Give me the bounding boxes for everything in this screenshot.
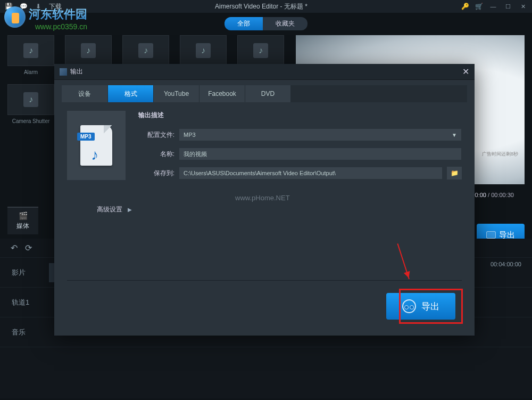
site-logo: 河东软件园 www.pc0359.cn (2, 2, 98, 34)
timeline-ruler-label: 00:04:00:00 (491, 261, 521, 267)
browse-folder-button[interactable]: 📁 (447, 167, 462, 179)
key-icon[interactable]: 🔑 (461, 2, 469, 11)
dialog-tabs: 设备 格式 YouTube Facebook DVD (62, 85, 467, 102)
chevron-down-icon: ▼ (452, 132, 457, 138)
logo-icon (4, 6, 26, 28)
redo-icon[interactable]: ⟳ (25, 243, 32, 253)
camera-icon (486, 231, 496, 239)
close-button[interactable]: ✕ (518, 3, 528, 10)
dialog-title: 输出 (70, 67, 83, 76)
media-panel-tab[interactable]: 🎬 媒体 (7, 207, 38, 234)
minimize-button[interactable]: — (488, 3, 498, 10)
tab-favorites[interactable]: 收藏夹 (263, 17, 307, 30)
media-item[interactable]: ♪Camera Shutter (7, 84, 54, 127)
export-dialog: 输出 ✕ 设备 格式 YouTube Facebook DVD MP3 输出描述… (54, 64, 475, 336)
film-reel-icon (402, 299, 416, 313)
name-label: 名称: (138, 150, 174, 159)
logo-text: 河东软件园 (29, 6, 87, 22)
dialog-icon (60, 68, 67, 76)
dialog-titlebar: 输出 ✕ (54, 64, 475, 80)
name-input[interactable]: 我的视频 (179, 148, 462, 160)
dialog-close-button[interactable]: ✕ (462, 67, 469, 77)
dialog-export-button[interactable]: 导出 (386, 293, 455, 320)
media-item[interactable]: ♪Alarm (7, 35, 54, 78)
watermark-text: www.pHome.NET (235, 194, 290, 202)
chevron-right-icon: ▶ (128, 207, 132, 213)
cart-icon[interactable]: 🛒 (475, 2, 483, 11)
annotation-arrow (397, 243, 410, 279)
saveto-label: 保存到: (138, 169, 174, 178)
maximize-button[interactable]: ☐ (503, 3, 513, 10)
logo-url: www.pc0359.cn (35, 22, 87, 31)
music-note-icon (91, 146, 104, 161)
app-title: Aimersoft Video Editor - 无标题 * (62, 2, 461, 11)
format-badge: MP3 (77, 133, 95, 141)
tab-facebook[interactable]: Facebook (199, 85, 245, 102)
film-icon: 🎬 (19, 211, 28, 220)
tab-all[interactable]: 全部 (225, 17, 263, 30)
preview-ad-text: 广告时间还剩8秒 (482, 151, 518, 158)
saveto-input[interactable]: C:\Users\ASUS\Documents\Aimersoft Video … (179, 167, 443, 179)
file-icon: MP3 (80, 125, 112, 166)
dialog-divider (67, 280, 462, 281)
tab-device[interactable]: 设备 (62, 85, 107, 102)
output-description-title: 输出描述 (138, 111, 462, 120)
profile-select[interactable]: MP3 ▼ (179, 128, 462, 141)
undo-icon[interactable]: ↶ (11, 243, 18, 253)
format-preview: MP3 (67, 111, 126, 180)
profile-label: 配置文件: (138, 130, 174, 140)
tab-youtube[interactable]: YouTube (153, 85, 199, 102)
tab-dvd[interactable]: DVD (245, 85, 290, 102)
tab-format[interactable]: 格式 (107, 85, 153, 102)
